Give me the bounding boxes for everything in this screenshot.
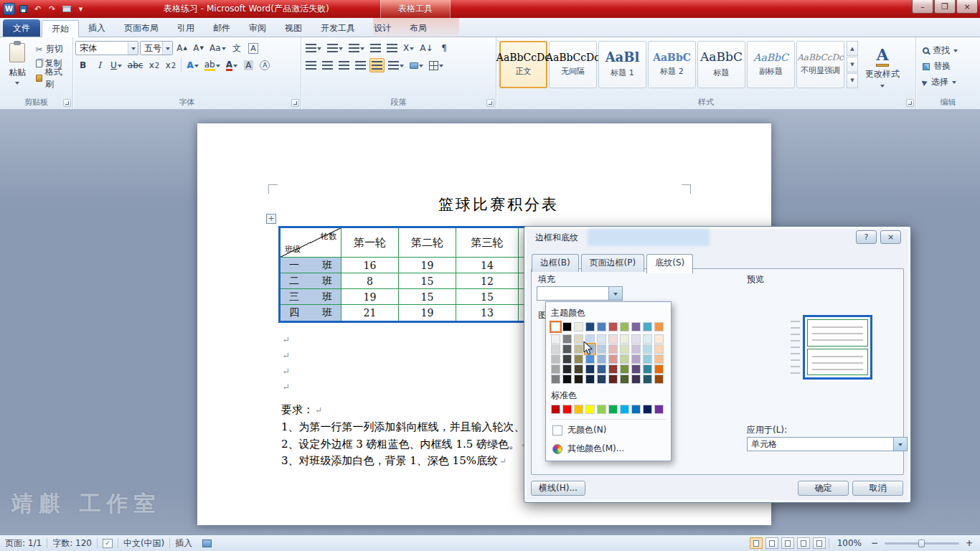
redo-button[interactable]: ↷ [46,3,58,15]
color-swatch[interactable] [631,405,641,414]
color-swatch[interactable] [631,344,641,354]
tab-page-border[interactable]: 页面边框(P) [581,254,645,272]
tab-shading[interactable]: 底纹(S) [646,254,693,273]
zoom-slider[interactable] [885,542,959,545]
color-swatch[interactable] [574,344,583,354]
tab-references[interactable]: 引用 [168,19,204,37]
color-swatch[interactable] [608,375,618,384]
web-layout-view-button[interactable] [781,537,794,549]
color-swatch[interactable] [562,354,572,364]
row-label-cell[interactable]: 一班 [281,258,341,273]
color-swatch[interactable] [654,375,664,384]
color-swatch[interactable] [654,364,664,374]
color-swatch[interactable] [654,354,664,364]
tab-home[interactable]: 开始 [42,20,79,37]
styles-dialog-launcher[interactable] [906,99,914,107]
color-swatch[interactable] [608,322,618,331]
color-swatch[interactable] [597,344,606,354]
color-swatch[interactable] [643,375,652,384]
font-family-dropdown[interactable] [128,42,138,55]
gallery-expand[interactable]: ▼ [847,73,858,88]
page-indicator[interactable]: 页面: 1/1 [0,535,47,551]
color-swatch[interactable] [608,364,618,374]
tab-design[interactable]: 设计 [364,19,400,37]
color-swatch[interactable] [620,375,629,384]
align-center-button[interactable] [320,58,335,72]
character-border-button[interactable]: A [246,41,261,55]
language-indicator[interactable]: 中文(中国) [118,535,169,551]
gallery-scroll-up[interactable]: ▲ [847,41,858,56]
justify-button[interactable] [353,58,368,72]
color-swatch[interactable] [631,334,641,344]
horizontal-line-button[interactable]: 横线(H)... [531,481,585,496]
format-painter-button[interactable]: 格式刷 [34,71,70,85]
italic-button[interactable]: I [92,58,107,72]
style-item-副标题[interactable]: AaBbC副标题 [747,41,795,88]
zoom-level[interactable]: 100% [832,538,867,548]
bullets-button[interactable] [303,41,324,55]
color-swatch[interactable] [585,322,595,331]
color-swatch[interactable] [562,405,572,414]
apply-to-combo[interactable]: 单元格 [747,437,908,451]
tab-view[interactable]: 视图 [275,19,311,37]
outline-view-button[interactable] [797,537,810,549]
tab-insert[interactable]: 插入 [79,19,115,37]
color-swatch[interactable] [551,344,560,354]
color-swatch[interactable] [574,405,583,414]
bold-button[interactable]: B [75,58,90,72]
spellcheck-status[interactable]: ✓ [98,535,118,551]
column-header-round1[interactable]: 第一轮 [341,228,399,258]
color-swatch[interactable] [643,364,652,374]
print-button[interactable] [60,3,72,15]
multilevel-list-button[interactable] [347,41,367,55]
strikethrough-button[interactable]: abc [126,58,146,72]
print-layout-view-button[interactable] [750,537,763,549]
enclose-characters-button[interactable]: A [258,58,273,72]
paragraph-dialog-launcher[interactable] [486,99,494,107]
color-swatch[interactable] [631,354,641,364]
sort-button[interactable]: A↓ [418,41,435,55]
color-swatch[interactable] [562,344,572,354]
color-swatch[interactable] [620,344,629,354]
score-cell[interactable]: 16 [341,258,399,273]
color-swatch[interactable] [585,405,595,414]
style-item-标题 1[interactable]: AaBl标题 1 [598,41,646,88]
save-button[interactable] [17,3,29,15]
draft-view-button[interactable] [813,537,826,549]
score-cell[interactable]: 15 [399,289,456,305]
shading-button[interactable] [407,58,425,72]
style-item-无间隔[interactable]: AaBbCcDc无间隔 [549,41,597,88]
score-cell[interactable]: 21 [341,305,399,321]
style-item-标题[interactable]: AaBbC标题 [697,41,745,88]
grow-font-button[interactable]: A▲ [174,41,189,55]
column-header-round2[interactable]: 第二轮 [399,228,456,258]
color-swatch[interactable] [597,354,606,364]
ok-button[interactable]: 确定 [798,481,849,496]
color-swatch[interactable] [608,405,618,414]
subscript-button[interactable]: x2 [146,58,161,72]
tab-borders[interactable]: 边框(B) [532,254,579,272]
underline-button[interactable]: U [108,58,124,72]
fill-dropdown-arrow[interactable] [608,287,622,300]
fill-color-combo[interactable] [537,286,623,301]
diagonal-header-cell[interactable]: 轮数 班级 [281,228,341,258]
row-label-cell[interactable]: 二班 [281,273,341,289]
color-swatch[interactable] [631,364,641,374]
align-right-button[interactable] [336,58,352,72]
zoom-in-button[interactable]: + [964,538,974,548]
color-swatch[interactable] [608,334,618,344]
text-effects-button[interactable]: A [184,58,200,72]
color-swatch[interactable] [574,364,583,374]
zoom-slider-thumb[interactable] [918,540,925,547]
apply-to-dropdown-arrow[interactable] [893,438,907,451]
color-swatch[interactable] [654,405,664,414]
show-marks-button[interactable]: ¶ [437,41,452,55]
character-shading-button[interactable]: A [241,58,256,72]
color-swatch[interactable] [643,354,652,364]
color-swatch[interactable] [620,364,629,374]
tab-mailings[interactable]: 邮件 [204,19,240,37]
minimize-button[interactable]: – [912,0,933,14]
color-swatch[interactable] [608,354,618,364]
qat-customize-button[interactable]: ▾ [75,3,87,15]
color-swatch[interactable] [597,322,606,331]
